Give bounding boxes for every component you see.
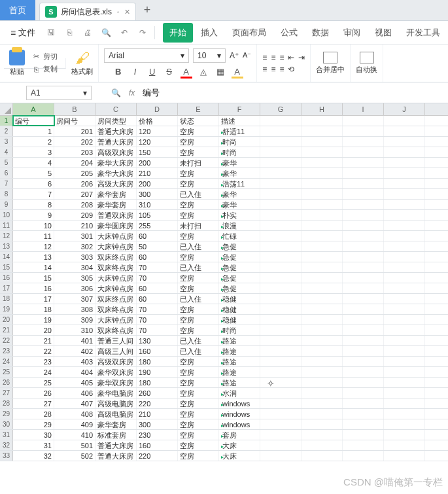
cell[interactable]	[302, 168, 343, 178]
cell[interactable]: 70	[137, 325, 178, 335]
cell[interactable]: 29	[13, 419, 54, 429]
cell[interactable]: 23	[13, 357, 54, 366]
cell[interactable]: 27	[13, 398, 54, 408]
cell[interactable]: 空房	[178, 419, 219, 429]
file-tab[interactable]: S 房间信息表.xls ▫ ×	[39, 3, 136, 20]
font-select[interactable]: Arial▾	[104, 48, 189, 63]
cell[interactable]: 7	[13, 189, 54, 199]
cell[interactable]	[260, 210, 302, 220]
row-header[interactable]: 18	[0, 294, 13, 304]
tab-menu-icon[interactable]: ▫	[117, 9, 120, 16]
cell[interactable]: 高级电脑房	[95, 409, 137, 419]
cell[interactable]: 308	[54, 304, 95, 314]
cell[interactable]	[343, 451, 384, 461]
align-middle-button[interactable]: ≡	[271, 53, 275, 62]
cell[interactable]: 空房	[178, 168, 219, 178]
cell[interactable]: 大床钟点房	[95, 283, 137, 293]
cell[interactable]: 空房	[178, 273, 219, 283]
menu-formula[interactable]: 公式	[274, 23, 304, 43]
cell[interactable]: ▸路途	[219, 357, 260, 366]
cell[interactable]: 3	[13, 147, 54, 157]
menu-dev[interactable]: 开发工具	[400, 23, 447, 43]
cell[interactable]: 306	[54, 283, 95, 293]
cell[interactable]	[343, 325, 384, 335]
cell[interactable]: 300	[137, 419, 178, 429]
cell[interactable]: 高级双床房	[95, 357, 137, 366]
cell[interactable]	[384, 231, 425, 241]
cell[interactable]: 空房	[178, 388, 219, 398]
cell[interactable]: ▸时尚	[219, 137, 260, 147]
menu-layout[interactable]: 页面布局	[226, 23, 273, 43]
cell[interactable]	[260, 315, 302, 325]
cell[interactable]: 60	[137, 283, 178, 293]
cell[interactable]	[302, 398, 343, 408]
cell[interactable]	[260, 440, 302, 450]
italic-button[interactable]: I	[129, 67, 141, 79]
cell[interactable]: ▸windows	[219, 398, 260, 408]
cell[interactable]: ▸稳健	[219, 315, 260, 325]
cell[interactable]: 60	[137, 252, 178, 262]
cell[interactable]: 已入住	[178, 294, 219, 304]
cell[interactable]	[343, 147, 384, 157]
row-header[interactable]: 7	[0, 179, 13, 188]
cell[interactable]	[384, 440, 425, 450]
cell[interactable]: 230	[137, 430, 178, 440]
cell[interactable]: 编号	[13, 116, 54, 126]
cell[interactable]: 空房	[178, 451, 219, 461]
cell[interactable]: 305	[54, 273, 95, 283]
cell[interactable]: 310	[137, 200, 178, 209]
cell[interactable]: 空房	[178, 126, 219, 136]
cell[interactable]: 201	[54, 126, 95, 136]
cell[interactable]: 70	[137, 315, 178, 325]
row-header[interactable]: 21	[0, 325, 13, 335]
underline-button[interactable]: U	[146, 67, 158, 79]
cell[interactable]: ▸路途	[219, 378, 260, 387]
cell[interactable]: 204	[54, 158, 95, 168]
cell[interactable]: 130	[137, 336, 178, 345]
file-menu[interactable]: 文件	[4, 24, 42, 41]
align-left-button[interactable]: ≡	[262, 65, 267, 74]
cell[interactable]: ▸急促	[219, 283, 260, 293]
cell[interactable]: 已入住	[178, 336, 219, 345]
cell[interactable]	[302, 210, 343, 220]
cell[interactable]: 180	[137, 378, 178, 387]
cell[interactable]	[302, 158, 343, 168]
cell[interactable]: 105	[137, 210, 178, 220]
cell[interactable]: 200	[137, 179, 178, 188]
cell[interactable]: 空房	[178, 137, 219, 147]
cell[interactable]: 双床终点房	[95, 294, 137, 304]
cell[interactable]: 空房	[178, 367, 219, 377]
cell[interactable]	[260, 325, 302, 335]
row-header[interactable]: 31	[0, 430, 13, 440]
cell[interactable]: ▸路途	[219, 346, 260, 356]
menu-insert[interactable]: 插入	[194, 23, 224, 43]
cell[interactable]: 21	[13, 336, 54, 345]
menu-home[interactable]: 开始	[163, 23, 193, 43]
cell[interactable]	[343, 158, 384, 168]
row-header[interactable]: 15	[0, 262, 13, 272]
cell[interactable]	[343, 116, 384, 126]
cell[interactable]: ▸浪漫	[219, 221, 260, 230]
cell[interactable]: 大床钟点房	[95, 273, 137, 283]
cell[interactable]: 12	[13, 241, 54, 251]
close-icon[interactable]: ×	[125, 7, 130, 17]
cell[interactable]: 405	[54, 378, 95, 387]
cell[interactable]: 210	[54, 221, 95, 230]
row-header[interactable]: 25	[0, 367, 13, 377]
cell[interactable]: 豪华套房	[95, 200, 137, 209]
cell[interactable]: 408	[54, 409, 95, 419]
cell[interactable]: 空房	[178, 378, 219, 387]
cell[interactable]: 303	[54, 252, 95, 262]
cell[interactable]	[343, 126, 384, 136]
cell[interactable]: 未打扫	[178, 158, 219, 168]
cell[interactable]: 未打扫	[178, 221, 219, 230]
cell[interactable]	[343, 419, 384, 429]
col-header-B[interactable]: B	[54, 103, 95, 115]
row-header[interactable]: 27	[0, 388, 13, 398]
cell[interactable]: 普通三人间	[95, 336, 137, 345]
cell[interactable]: 302	[54, 241, 95, 251]
cell[interactable]	[343, 241, 384, 251]
cell[interactable]	[384, 325, 425, 335]
cell[interactable]	[260, 419, 302, 429]
cell[interactable]: ▸套房	[219, 430, 260, 440]
